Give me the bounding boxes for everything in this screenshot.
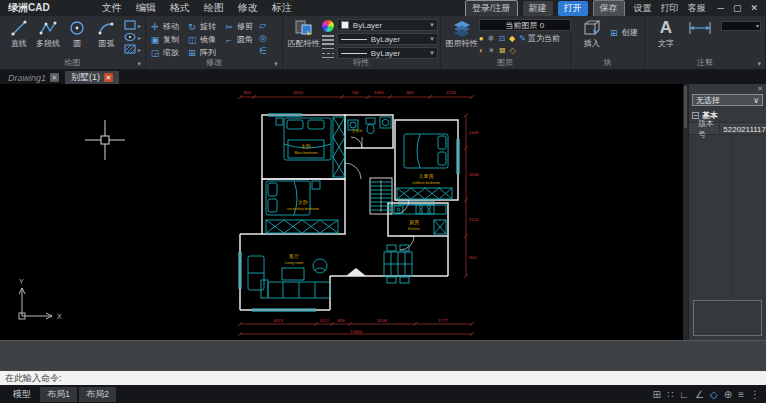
command-input[interactable]: 在此输入命令: bbox=[0, 371, 766, 385]
minimize-icon[interactable]: ─ bbox=[718, 3, 724, 13]
layer-lock-icon[interactable]: ⊡ bbox=[498, 34, 505, 44]
polyline-tool[interactable]: 多段线 bbox=[34, 19, 61, 49]
login-register-button[interactable]: 登录/注册 bbox=[465, 0, 518, 17]
panel-expand-icon[interactable]: ▾ bbox=[757, 60, 761, 68]
tab-close-icon[interactable]: ✕ bbox=[50, 73, 59, 82]
create-block-tool[interactable]: ⊞ 创建 bbox=[609, 27, 638, 38]
chevron-down-icon[interactable]: ▾ bbox=[430, 35, 434, 43]
app-logo: 绿洲CAD bbox=[0, 1, 62, 15]
fillet-tool[interactable]: ⌐圆角 bbox=[224, 34, 253, 45]
layer-thaw-icon[interactable]: ☀ bbox=[488, 46, 495, 56]
ellipse-tool[interactable]: ▸ bbox=[124, 32, 141, 42]
selection-dropdown[interactable]: 无选择 ∨ bbox=[692, 94, 763, 106]
layer-off-icon[interactable]: ◐ bbox=[479, 46, 484, 56]
otrack-icon[interactable]: ⊕ bbox=[724, 389, 732, 400]
current-layer-display[interactable]: 当前图层 0 bbox=[479, 19, 571, 31]
layer-freeze-icon[interactable]: ❄ bbox=[488, 34, 495, 44]
layer-on-icon[interactable]: ● bbox=[479, 34, 484, 44]
dropdown-arrow-icon[interactable]: ▸ bbox=[138, 34, 141, 41]
mirror-tool[interactable]: ◫镜像 bbox=[187, 34, 216, 45]
dimension-tool[interactable] bbox=[684, 19, 716, 37]
close-icon[interactable]: ✕ bbox=[750, 3, 758, 13]
maximize-icon[interactable]: ▢ bbox=[733, 3, 742, 13]
open-file-button[interactable]: 打开 bbox=[558, 1, 588, 16]
layer-properties-tool[interactable]: 图层特性 bbox=[446, 19, 478, 49]
layout1-tab[interactable]: 布局1 bbox=[40, 387, 77, 402]
panel-label-modify[interactable]: 修改 ▾ bbox=[146, 57, 282, 68]
lineweight-icon[interactable]: ≡ bbox=[738, 389, 744, 400]
label-living: 客厅 bbox=[289, 253, 299, 259]
chevron-down-icon[interactable]: ▾ bbox=[430, 49, 434, 57]
donut-tool[interactable]: ◎ bbox=[259, 33, 267, 43]
hatch-tool[interactable]: ▸ bbox=[124, 44, 141, 54]
menu-draw[interactable]: 绘图 bbox=[204, 1, 224, 15]
set-current-layer-button[interactable]: ✎ 置为当前 bbox=[519, 33, 560, 44]
panel-close-icon[interactable]: ✕ bbox=[757, 85, 763, 93]
osnap-icon[interactable]: ◇ bbox=[710, 389, 718, 400]
scrollbar-thumb[interactable] bbox=[684, 86, 687, 128]
menu-edit[interactable]: 编辑 bbox=[136, 1, 156, 15]
save-file-button[interactable]: 保存 bbox=[593, 0, 625, 17]
ribbon-panel-annotate: A 文字 注释 ▾ bbox=[645, 16, 766, 69]
match-properties-tool[interactable]: 匹配特性 bbox=[288, 19, 320, 49]
dimension-style-dropdown[interactable] bbox=[721, 21, 761, 31]
chevron-down-icon[interactable]: ▾ bbox=[430, 21, 434, 29]
line-tool[interactable]: 直线 bbox=[5, 19, 32, 49]
menu-annotate[interactable]: 标注 bbox=[272, 1, 292, 15]
rotate-tool[interactable]: ↻旋转 bbox=[187, 21, 216, 32]
trim-tool[interactable]: ✂修剪 bbox=[224, 21, 253, 32]
svg-text:900: 900 bbox=[243, 90, 251, 95]
new-file-button[interactable]: 新建 bbox=[523, 1, 553, 16]
offset-tool[interactable]: ∈ bbox=[259, 46, 267, 56]
dropdown-arrow-icon[interactable]: ▸ bbox=[138, 46, 141, 53]
panel-label-properties[interactable]: 特性 bbox=[283, 57, 440, 68]
snap-icon[interactable]: ∷ bbox=[667, 389, 673, 400]
arc-tool[interactable]: 圆弧 bbox=[93, 19, 120, 49]
text-icon: A bbox=[660, 19, 672, 37]
erase-tool[interactable]: ▱ bbox=[259, 20, 267, 30]
crosshair-cursor bbox=[85, 120, 125, 160]
panel-expand-icon[interactable]: ▾ bbox=[274, 60, 278, 68]
insert-block-tool[interactable]: 插入 bbox=[576, 19, 608, 49]
tab-close-icon[interactable]: ✕ bbox=[104, 73, 113, 82]
grid-icon[interactable]: ⊞ bbox=[653, 389, 661, 400]
panel-label-draw[interactable]: 绘图 ▾ bbox=[0, 57, 145, 68]
layout2-tab[interactable]: 布局2 bbox=[79, 387, 116, 402]
settings-link[interactable]: 设置 bbox=[634, 2, 652, 15]
ortho-icon[interactable]: ∟ bbox=[679, 389, 689, 400]
text-tool[interactable]: A 文字 bbox=[650, 19, 682, 49]
doc-tab-drawing1[interactable]: Drawing1 ✕ bbox=[2, 71, 65, 84]
panel-expand-icon[interactable]: ▾ bbox=[137, 60, 141, 68]
color-wheel-icon[interactable] bbox=[322, 20, 334, 32]
overflow-menu-icon[interactable]: ⋮ bbox=[750, 389, 760, 400]
lineweight-dropdown[interactable]: ByLayer ▾ bbox=[337, 33, 438, 45]
polyline-icon bbox=[39, 19, 57, 37]
menu-format[interactable]: 格式 bbox=[170, 1, 190, 15]
rectangle-tool[interactable]: ▸ bbox=[124, 20, 141, 30]
model-tab[interactable]: 模型 bbox=[6, 387, 38, 402]
menu-file[interactable]: 文件 bbox=[102, 1, 122, 15]
match-properties-icon bbox=[294, 19, 314, 37]
svg-text:secondary bedroom: secondary bedroom bbox=[287, 207, 319, 211]
doc-tab-active[interactable]: 别墅(1) ✕ bbox=[65, 71, 119, 84]
lineweight-list-icon[interactable] bbox=[322, 35, 334, 45]
color-dropdown[interactable]: ByLayer ▾ bbox=[337, 19, 438, 31]
print-link[interactable]: 打印 bbox=[661, 2, 679, 15]
circle-tool[interactable]: 圆 bbox=[64, 19, 91, 49]
layer-color-icon[interactable]: ◆ bbox=[509, 34, 515, 44]
layer-isolate-icon[interactable]: ◇ bbox=[510, 46, 516, 56]
svg-text:X: X bbox=[57, 313, 62, 320]
command-history[interactable] bbox=[0, 340, 766, 371]
panel-label-layers[interactable]: 图层 bbox=[441, 57, 570, 68]
drawing-canvas[interactable]: 900 3310 740 1660 860 2100 4670 1012 bbox=[0, 84, 683, 340]
panel-label-block[interactable]: 块 bbox=[571, 57, 644, 68]
menu-modify[interactable]: 修改 bbox=[238, 1, 258, 15]
layer-unlock-icon[interactable]: ⊠ bbox=[499, 46, 506, 56]
dropdown-arrow-icon[interactable]: ▸ bbox=[138, 22, 141, 29]
panel-label-annotate[interactable]: 注释 ▾ bbox=[645, 57, 765, 68]
support-link[interactable]: 客服 bbox=[688, 2, 706, 15]
polar-icon[interactable]: ∠ bbox=[695, 389, 704, 400]
move-tool[interactable]: ✛移动 bbox=[150, 21, 179, 32]
copy-tool[interactable]: ▣复制 bbox=[150, 34, 179, 45]
label-kitchen: 厨房 bbox=[409, 219, 419, 225]
